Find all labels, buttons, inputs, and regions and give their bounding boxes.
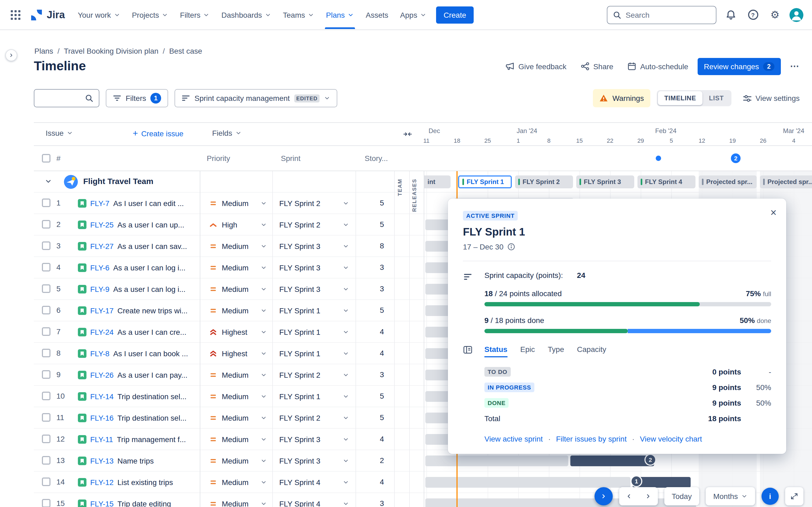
issue-key-link[interactable]: FLY-16 [90,413,114,422]
review-changes-button[interactable]: Review changes 2 [697,58,781,75]
sprint-pill-projected-spr-[interactable]: Projected spr... [699,175,757,188]
story-points-cell[interactable]: 4 [356,327,384,336]
story-points-cell[interactable]: 5 [356,392,384,400]
info-button[interactable]: i [762,488,779,505]
zoom-level-dropdown[interactable]: Months [706,487,755,505]
collapse-team-chevron-icon[interactable] [45,178,52,185]
story-points-cell[interactable]: 3 [356,499,384,507]
priority-dropdown[interactable]: Medium [200,300,272,321]
priority-dropdown[interactable]: Medium [200,192,272,214]
settings-button[interactable]: ⚙ [767,7,782,22]
popup-link-view-velocity-chart[interactable]: View velocity chart [640,435,702,443]
story-points-cell[interactable]: 5 [356,220,384,229]
warnings-button[interactable]: Warnings [593,89,650,107]
global-search[interactable] [607,6,716,24]
popup-tab-capacity[interactable]: Capacity [577,345,606,357]
sprint-dropdown[interactable]: FLY Sprint 1 [273,343,356,364]
nav-item-assets[interactable]: Assets [360,6,394,24]
fullscreen-button[interactable] [785,487,803,505]
row-checkbox[interactable] [42,413,50,422]
priority-dropdown[interactable]: Highest [200,343,272,364]
today-button[interactable]: Today [664,487,699,505]
sprint-dropdown[interactable]: FLY Sprint 4 [273,471,356,493]
breadcrumb-item[interactable]: Plans [34,47,53,55]
collapse-fields-button[interactable] [403,130,412,138]
issue-key-link[interactable]: FLY-12 [90,478,114,486]
nav-item-filters[interactable]: Filters [174,6,215,24]
nav-item-apps[interactable]: Apps [395,6,432,24]
popup-link-filter-issues-by-sprint[interactable]: Filter issues by sprint [556,435,627,443]
issue-column-menu[interactable]: Issue [46,129,73,137]
row-checkbox[interactable] [42,306,50,315]
expand-panel-button[interactable] [594,487,612,505]
issue-key-link[interactable]: FLY-13 [90,456,114,465]
jira-logo[interactable]: Jira [30,8,65,21]
close-popup-button[interactable]: × [770,207,776,218]
row-checkbox[interactable] [42,263,50,272]
story-points-cell[interactable]: 8 [356,241,384,250]
sprint-dropdown[interactable]: FLY Sprint 2 [273,214,356,235]
breadcrumb-item[interactable]: Travel Booking Division plan [64,47,158,55]
create-issue-button[interactable]: + Create issue [133,129,184,138]
issue-key-link[interactable]: FLY-15 [90,499,114,507]
help-button[interactable]: ? [746,7,760,22]
story-points-cell[interactable]: 4 [356,349,384,357]
sprint-pill-fly-sprint-3[interactable]: FLY Sprint 3 [576,175,634,188]
sprint-dropdown[interactable]: FLY Sprint 1 [273,300,356,321]
sprint-dropdown[interactable]: FLY Sprint 3 [273,450,356,471]
row-checkbox[interactable] [42,349,50,357]
row-checkbox[interactable] [42,241,50,250]
issue-key-link[interactable]: FLY-9 [90,285,110,293]
auto-schedule-button[interactable]: Auto-schedule [622,58,693,74]
info-icon[interactable] [507,243,515,250]
select-all-checkbox[interactable] [42,154,50,163]
sprint-dropdown[interactable]: FLY Sprint 4 [273,493,356,507]
sprint-pill-projected-spr-[interactable]: Projected spr... [760,175,812,188]
timeline-bar[interactable] [425,455,568,466]
row-checkbox[interactable] [42,456,50,465]
global-search-input[interactable] [626,10,711,19]
give-feedback-button[interactable]: Give feedback [501,58,571,74]
sprint-dropdown[interactable]: FLY Sprint 1 [273,321,356,342]
sprint-pill-fly-sprint-1[interactable]: FLY Sprint 1 [458,175,512,188]
priority-dropdown[interactable]: Medium [200,450,272,471]
issue-key-link[interactable]: FLY-7 [90,199,110,207]
story-points-cell[interactable]: 4 [356,477,384,486]
scroll-right-button[interactable] [638,487,658,505]
priority-dropdown[interactable]: Medium [200,471,272,493]
issue-key-link[interactable]: FLY-25 [90,220,114,229]
priority-dropdown[interactable]: Highest [200,321,272,342]
story-points-cell[interactable]: 2 [356,456,384,465]
issue-key-link[interactable]: FLY-14 [90,392,114,400]
timeline-marker-badge[interactable]: 2 [731,154,741,163]
sprint-dropdown[interactable]: FLY Sprint 2 [273,192,356,214]
view-settings-button[interactable]: View settings [738,90,805,107]
plan-search-input[interactable] [40,94,85,103]
row-checkbox[interactable] [42,370,50,379]
app-switcher-icon[interactable] [11,10,20,19]
row-checkbox[interactable] [42,477,50,486]
story-points-cell[interactable]: 5 [356,306,384,315]
tab-list[interactable]: LIST [702,91,730,105]
row-checkbox[interactable] [42,220,50,229]
sprint-pill-fly-sprint-4[interactable]: FLY Sprint 4 [638,175,696,188]
create-button[interactable]: Create [436,6,474,23]
share-button[interactable]: Share [575,58,618,74]
fields-dropdown[interactable]: Fields [212,129,242,137]
tab-timeline[interactable]: TIMELINE [658,91,702,105]
sprint-dropdown[interactable]: FLY Sprint 1 [273,386,356,407]
issue-key-link[interactable]: FLY-6 [90,263,110,272]
story-points-cell[interactable]: 5 [356,199,384,207]
timeline-bar[interactable] [425,477,630,488]
scroll-left-button[interactable] [619,487,638,505]
priority-dropdown[interactable]: Medium [200,257,272,278]
user-avatar[interactable] [790,8,803,22]
story-points-cell[interactable]: 4 [356,435,384,443]
popup-tab-type[interactable]: Type [548,345,564,357]
sprint-pill-fly-sprint-2[interactable]: FLY Sprint 2 [515,175,573,188]
priority-dropdown[interactable]: Medium [200,364,272,385]
sprint-dropdown[interactable]: FLY Sprint 3 [273,235,356,257]
issue-key-link[interactable]: FLY-8 [90,349,110,357]
story-points-cell[interactable]: 3 [356,263,384,272]
story-points-cell[interactable]: 3 [356,284,384,293]
